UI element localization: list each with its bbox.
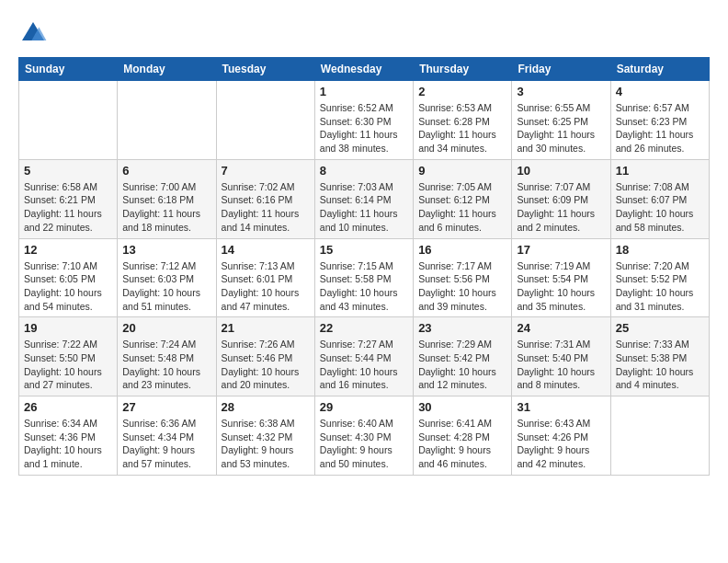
day-number: 27	[122, 400, 210, 414]
calendar-cell: 2Sunrise: 6:53 AM Sunset: 6:28 PM Daylig…	[414, 81, 512, 160]
day-info: Sunrise: 6:53 AM Sunset: 6:28 PM Dayligh…	[418, 101, 506, 155]
day-info: Sunrise: 7:33 AM Sunset: 5:38 PM Dayligh…	[616, 338, 704, 392]
column-header-saturday: Saturday	[610, 58, 709, 81]
day-info: Sunrise: 7:02 AM Sunset: 6:16 PM Dayligh…	[222, 180, 310, 235]
day-info: Sunrise: 7:24 AM Sunset: 5:48 PM Dayligh…	[122, 338, 210, 392]
calendar-cell: 29Sunrise: 6:40 AM Sunset: 4:30 PM Dayli…	[314, 396, 413, 476]
calendar-cell: 6Sunrise: 7:00 AM Sunset: 6:18 PM Daylig…	[118, 159, 216, 238]
day-number: 9	[418, 164, 506, 178]
day-info: Sunrise: 6:40 AM Sunset: 4:30 PM Dayligh…	[320, 417, 408, 471]
calendar-week-row: 1Sunrise: 6:52 AM Sunset: 6:30 PM Daylig…	[19, 81, 710, 160]
calendar-cell: 19Sunrise: 7:22 AM Sunset: 5:50 PM Dayli…	[19, 317, 118, 396]
day-number: 6	[122, 164, 210, 178]
day-number: 16	[418, 243, 506, 257]
calendar-cell: 21Sunrise: 7:26 AM Sunset: 5:46 PM Dayli…	[216, 317, 314, 396]
column-header-friday: Friday	[512, 58, 610, 81]
day-number: 31	[517, 400, 605, 414]
calendar-cell	[19, 81, 118, 160]
day-info: Sunrise: 7:29 AM Sunset: 5:42 PM Dayligh…	[418, 338, 506, 392]
calendar-cell: 1Sunrise: 6:52 AM Sunset: 6:30 PM Daylig…	[314, 81, 413, 160]
calendar-cell: 15Sunrise: 7:15 AM Sunset: 5:58 PM Dayli…	[314, 238, 413, 317]
calendar-cell: 8Sunrise: 7:03 AM Sunset: 6:14 PM Daylig…	[314, 159, 413, 238]
day-number: 15	[320, 243, 408, 257]
column-header-sunday: Sunday	[19, 58, 118, 81]
calendar-cell: 28Sunrise: 6:38 AM Sunset: 4:32 PM Dayli…	[216, 396, 314, 476]
calendar-cell: 12Sunrise: 7:10 AM Sunset: 6:05 PM Dayli…	[19, 238, 118, 317]
calendar-table: SundayMondayTuesdayWednesdayThursdayFrid…	[18, 57, 710, 476]
day-info: Sunrise: 7:22 AM Sunset: 5:50 PM Dayligh…	[24, 338, 112, 392]
day-number: 10	[517, 164, 605, 178]
day-info: Sunrise: 7:13 AM Sunset: 6:01 PM Dayligh…	[222, 259, 310, 314]
day-info: Sunrise: 6:55 AM Sunset: 6:25 PM Dayligh…	[517, 101, 605, 155]
calendar-cell	[216, 81, 314, 160]
day-number: 5	[24, 164, 112, 178]
day-info: Sunrise: 6:38 AM Sunset: 4:32 PM Dayligh…	[222, 417, 310, 471]
calendar-cell: 18Sunrise: 7:20 AM Sunset: 5:52 PM Dayli…	[610, 238, 709, 317]
day-info: Sunrise: 7:17 AM Sunset: 5:56 PM Dayligh…	[418, 259, 506, 314]
calendar-cell: 3Sunrise: 6:55 AM Sunset: 6:25 PM Daylig…	[512, 81, 610, 160]
day-info: Sunrise: 7:31 AM Sunset: 5:40 PM Dayligh…	[517, 338, 605, 392]
calendar-week-row: 19Sunrise: 7:22 AM Sunset: 5:50 PM Dayli…	[19, 317, 710, 396]
calendar-cell: 20Sunrise: 7:24 AM Sunset: 5:48 PM Dayli…	[118, 317, 216, 396]
day-number: 30	[418, 400, 506, 414]
column-header-monday: Monday	[118, 58, 216, 81]
calendar-header-row: SundayMondayTuesdayWednesdayThursdayFrid…	[19, 58, 710, 81]
calendar-cell: 30Sunrise: 6:41 AM Sunset: 4:28 PM Dayli…	[414, 396, 512, 476]
day-info: Sunrise: 6:43 AM Sunset: 4:26 PM Dayligh…	[517, 417, 605, 471]
day-info: Sunrise: 7:26 AM Sunset: 5:46 PM Dayligh…	[222, 338, 310, 392]
calendar-cell: 22Sunrise: 7:27 AM Sunset: 5:44 PM Dayli…	[314, 317, 413, 396]
day-number: 4	[616, 85, 704, 98]
day-number: 7	[222, 164, 310, 178]
page-header	[18, 18, 710, 48]
column-header-thursday: Thursday	[414, 58, 512, 81]
calendar-cell: 16Sunrise: 7:17 AM Sunset: 5:56 PM Dayli…	[414, 238, 512, 317]
calendar-cell: 14Sunrise: 7:13 AM Sunset: 6:01 PM Dayli…	[216, 238, 314, 317]
day-info: Sunrise: 7:05 AM Sunset: 6:12 PM Dayligh…	[418, 180, 506, 235]
day-number: 25	[616, 321, 704, 335]
day-info: Sunrise: 6:57 AM Sunset: 6:23 PM Dayligh…	[616, 101, 704, 155]
day-number: 19	[24, 321, 112, 335]
day-info: Sunrise: 7:10 AM Sunset: 6:05 PM Dayligh…	[24, 259, 112, 314]
day-number: 18	[616, 243, 704, 257]
logo-icon	[18, 18, 48, 48]
calendar-week-row: 5Sunrise: 6:58 AM Sunset: 6:21 PM Daylig…	[19, 159, 710, 238]
day-info: Sunrise: 7:03 AM Sunset: 6:14 PM Dayligh…	[320, 180, 408, 235]
column-header-tuesday: Tuesday	[216, 58, 314, 81]
day-number: 29	[320, 400, 408, 414]
day-info: Sunrise: 7:08 AM Sunset: 6:07 PM Dayligh…	[616, 180, 704, 235]
day-number: 17	[517, 243, 605, 257]
day-info: Sunrise: 6:58 AM Sunset: 6:21 PM Dayligh…	[24, 180, 112, 235]
day-number: 20	[122, 321, 210, 335]
day-number: 14	[222, 243, 310, 257]
calendar-cell: 7Sunrise: 7:02 AM Sunset: 6:16 PM Daylig…	[216, 159, 314, 238]
calendar-cell: 24Sunrise: 7:31 AM Sunset: 5:40 PM Dayli…	[512, 317, 610, 396]
calendar-cell: 17Sunrise: 7:19 AM Sunset: 5:54 PM Dayli…	[512, 238, 610, 317]
calendar-week-row: 26Sunrise: 6:34 AM Sunset: 4:36 PM Dayli…	[19, 396, 710, 476]
day-info: Sunrise: 6:36 AM Sunset: 4:34 PM Dayligh…	[122, 417, 210, 471]
day-number: 13	[122, 243, 210, 257]
day-number: 26	[24, 400, 112, 414]
calendar-cell: 25Sunrise: 7:33 AM Sunset: 5:38 PM Dayli…	[610, 317, 709, 396]
day-number: 23	[418, 321, 506, 335]
calendar-cell: 23Sunrise: 7:29 AM Sunset: 5:42 PM Dayli…	[414, 317, 512, 396]
day-number: 28	[222, 400, 310, 414]
day-number: 21	[222, 321, 310, 335]
calendar-cell: 31Sunrise: 6:43 AM Sunset: 4:26 PM Dayli…	[512, 396, 610, 476]
calendar-cell: 27Sunrise: 6:36 AM Sunset: 4:34 PM Dayli…	[118, 396, 216, 476]
calendar-cell	[610, 396, 709, 476]
day-info: Sunrise: 7:07 AM Sunset: 6:09 PM Dayligh…	[517, 180, 605, 235]
day-number: 22	[320, 321, 408, 335]
calendar-cell: 10Sunrise: 7:07 AM Sunset: 6:09 PM Dayli…	[512, 159, 610, 238]
day-info: Sunrise: 7:27 AM Sunset: 5:44 PM Dayligh…	[320, 338, 408, 392]
day-number: 1	[320, 85, 408, 98]
day-info: Sunrise: 7:15 AM Sunset: 5:58 PM Dayligh…	[320, 259, 408, 314]
logo	[18, 18, 51, 48]
day-number: 12	[24, 243, 112, 257]
calendar-cell: 5Sunrise: 6:58 AM Sunset: 6:21 PM Daylig…	[19, 159, 118, 238]
day-number: 8	[320, 164, 408, 178]
calendar-cell: 9Sunrise: 7:05 AM Sunset: 6:12 PM Daylig…	[414, 159, 512, 238]
day-info: Sunrise: 7:19 AM Sunset: 5:54 PM Dayligh…	[517, 259, 605, 314]
day-info: Sunrise: 7:00 AM Sunset: 6:18 PM Dayligh…	[122, 180, 210, 235]
day-info: Sunrise: 7:20 AM Sunset: 5:52 PM Dayligh…	[616, 259, 704, 314]
column-header-wednesday: Wednesday	[314, 58, 413, 81]
